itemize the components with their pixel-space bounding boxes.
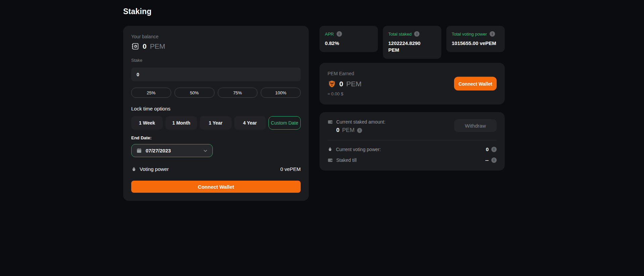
lock-1-month-button[interactable]: 1 Month — [165, 116, 197, 130]
connect-wallet-button[interactable]: Connect Wallet — [131, 181, 301, 193]
info-icon[interactable]: i — [491, 147, 497, 152]
right-column: APR i 0.82% Total staked i 1202224.8290 … — [319, 26, 505, 171]
pem-earned-currency: PEM — [346, 80, 362, 88]
info-icon[interactable]: i — [337, 31, 342, 37]
lock-4-year-button[interactable]: 4 Year — [234, 116, 266, 130]
staking-page: Staking Your balance 0 PEM — [0, 0, 644, 201]
wallet-icon — [328, 157, 333, 163]
stake-card: Your balance 0 PEM Stake — [123, 26, 309, 201]
total-staked-stat-card: Total staked i 1202224.8290 PEM — [383, 26, 441, 59]
balance-value: 0 — [143, 42, 147, 50]
total-staked-label: Total staked — [388, 32, 411, 37]
calendar-icon — [136, 148, 142, 153]
lock-time-options-label: Lock time options — [131, 106, 301, 111]
withdraw-button[interactable]: Withdraw — [454, 119, 497, 132]
pem-earned-value: 0 — [339, 80, 343, 88]
staked-till-label: Staked till — [336, 157, 357, 163]
balance-label: Your balance — [131, 34, 301, 39]
divider — [328, 140, 497, 140]
pem-earned-label: PEM Earned — [328, 71, 497, 76]
total-voting-power-stat-card: Total voting power i 1015655.00 vePEM — [446, 26, 505, 52]
wallet-icon — [328, 119, 333, 125]
info-icon[interactable]: i — [357, 128, 362, 133]
percent-50-button[interactable]: 50% — [175, 88, 214, 98]
voting-power-value: 0 vePEM — [280, 166, 301, 172]
lock-1-year-button[interactable]: 1 Year — [200, 116, 231, 130]
end-date-value: 07/27/2023 — [146, 148, 199, 153]
apr-label: APR — [325, 32, 334, 37]
end-date-label: End Date: — [131, 135, 301, 140]
current-staked-amount-value: 0 — [336, 127, 339, 134]
staked-till-value: -- — [485, 157, 489, 163]
chevron-down-icon — [203, 148, 208, 153]
page-title: Staking — [123, 7, 644, 16]
end-date-picker[interactable]: 07/27/2023 — [131, 144, 213, 157]
current-staked-amount-label: Current staked amount: — [336, 119, 385, 125]
flame-icon — [328, 147, 333, 152]
total-voting-power-value: 1015655.00 vePEM — [452, 40, 499, 47]
percent-25-button[interactable]: 25% — [131, 88, 171, 98]
info-icon[interactable]: i — [491, 157, 497, 163]
balance-currency: PEM — [150, 42, 165, 50]
current-staked-amount-currency: PEM — [342, 127, 354, 134]
apr-value: 0.82% — [325, 40, 373, 47]
percent-75-button[interactable]: 75% — [218, 88, 258, 98]
apr-stat-card: APR i 0.82% — [319, 26, 378, 52]
info-icon[interactable]: i — [414, 31, 419, 37]
info-icon[interactable]: i — [490, 31, 495, 37]
total-staked-value: 1202224.8290 PEM — [388, 40, 428, 53]
pem-token-logo-icon — [328, 80, 336, 88]
pem-earned-usd-value: ≈ 0.00 $ — [328, 91, 497, 96]
voting-power-label: Voting power — [140, 166, 169, 172]
lock-1-week-button[interactable]: 1 Week — [131, 116, 163, 130]
total-voting-power-label: Total voting power — [452, 32, 487, 37]
percent-100-button[interactable]: 100% — [261, 88, 301, 98]
stake-amount-input[interactable] — [131, 67, 301, 81]
pem-earned-card: PEM Earned 0 PEM ≈ 0.00 $ Connect Wall — [319, 63, 505, 104]
lock-custom-date-button[interactable]: Custom Date — [268, 116, 301, 130]
stake-input-label: Stake — [131, 58, 301, 63]
flame-icon — [131, 167, 137, 172]
connect-wallet-button[interactable]: Connect Wallet — [454, 77, 497, 91]
current-voting-power-value: 0 — [486, 146, 489, 152]
safe-icon — [131, 42, 139, 50]
current-voting-power-label: Current voting power: — [336, 147, 381, 152]
current-staked-card: Current staked amount: 0 PEM i Withdraw — [319, 112, 505, 171]
